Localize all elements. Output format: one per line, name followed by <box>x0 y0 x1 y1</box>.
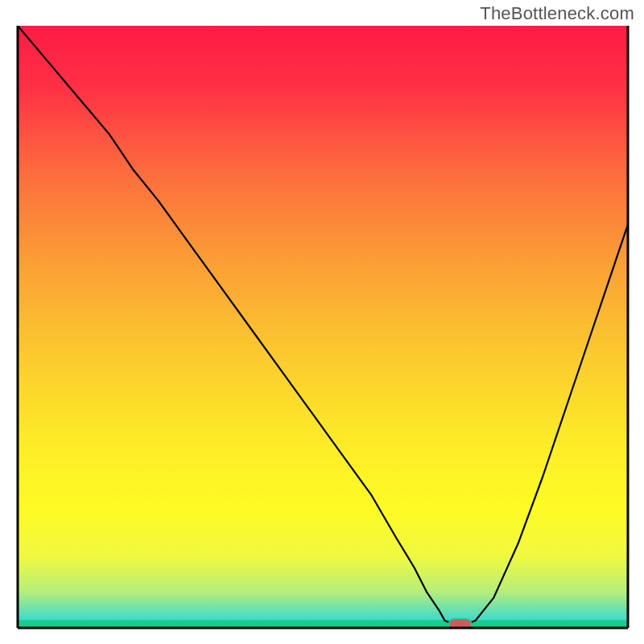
gradient-background <box>18 26 628 628</box>
chart-container: TheBottleneck.com <box>0 0 644 644</box>
bottleneck-chart <box>0 0 644 644</box>
watermark-text: TheBottleneck.com <box>480 3 634 24</box>
